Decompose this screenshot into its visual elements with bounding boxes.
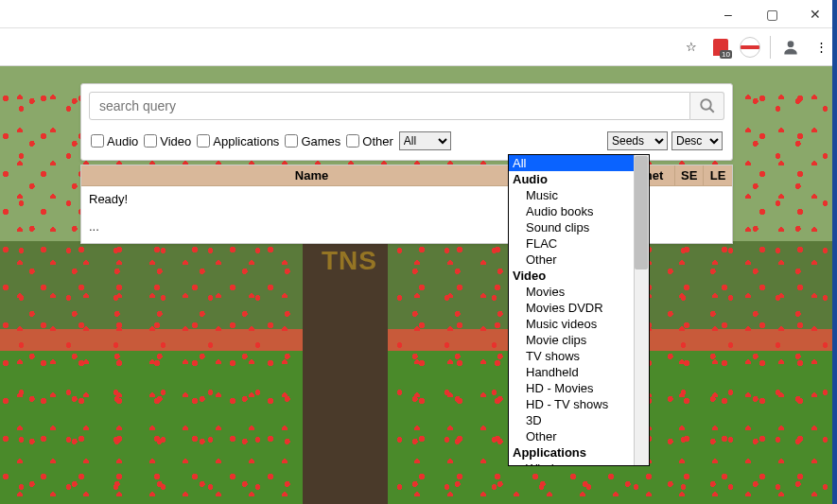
dropdown-option[interactable]: Movie clips (509, 332, 634, 348)
col-name[interactable]: Name (81, 165, 543, 185)
dropdown-option[interactable]: Sound clips (509, 219, 634, 235)
dropdown-option[interactable]: FLAC (509, 235, 634, 252)
dropdown-option[interactable]: Handheld (509, 364, 634, 380)
user-account-icon[interactable] (780, 37, 801, 58)
filter-games-label: Games (301, 134, 340, 148)
category-select[interactable]: All (399, 131, 451, 150)
dropdown-option[interactable]: Other (509, 252, 634, 268)
svg-point-1 (701, 99, 711, 110)
col-se[interactable]: SE (675, 165, 704, 185)
dropdown-option[interactable]: Audio (509, 171, 634, 187)
order-select[interactable]: Desc (671, 131, 723, 150)
dropdown-scrollbar-thumb[interactable] (635, 156, 648, 269)
filter-audio-label: Audio (107, 134, 138, 148)
filter-applications-checkbox[interactable]: Applications (197, 134, 279, 148)
dropdown-option[interactable]: Movies DVDR (509, 300, 634, 316)
profile-avatar-icon[interactable] (740, 37, 760, 58)
window-maximize-button[interactable]: ▢ (750, 0, 793, 28)
svg-point-0 (788, 41, 794, 47)
window-minimize-button[interactable]: – (706, 0, 750, 28)
dropdown-option[interactable]: HD - TV shows (509, 396, 634, 412)
dropdown-option[interactable]: Music videos (509, 316, 634, 332)
dropdown-option[interactable]: Other (509, 428, 634, 444)
dropdown-option[interactable]: Movies (509, 284, 634, 300)
extension-icon[interactable]: 10 (711, 38, 730, 57)
dropdown-option[interactable]: Audio books (509, 203, 634, 219)
filter-other-label: Other (362, 134, 393, 148)
dropdown-option[interactable]: 3D (509, 412, 634, 428)
filter-games-checkbox[interactable]: Games (285, 134, 340, 148)
dropdown-scrollbar[interactable] (634, 155, 649, 465)
search-button[interactable] (690, 92, 724, 120)
filter-video-checkbox[interactable]: Video (144, 134, 191, 148)
bookmark-star-icon[interactable]: ☆ (681, 37, 702, 58)
dropdown-option[interactable]: Music (509, 187, 634, 203)
dropdown-option[interactable]: Video (509, 268, 634, 284)
dropdown-option[interactable]: Windows (509, 461, 634, 466)
toolbar-divider (770, 36, 771, 59)
category-dropdown-popup[interactable]: AllAudioMusicAudio booksSound clipsFLACO… (508, 154, 650, 466)
menu-dots-icon[interactable]: ⋮ (811, 37, 831, 58)
window-titlebar: – ▢ ✕ (0, 0, 837, 28)
filter-other-checkbox[interactable]: Other (346, 134, 393, 148)
sort-select[interactable]: Seeds (607, 131, 668, 150)
dropdown-option[interactable]: TV shows (509, 348, 634, 364)
dropdown-option[interactable]: HD - Movies (509, 380, 634, 396)
filter-video-label: Video (160, 134, 191, 148)
filter-audio-checkbox[interactable]: Audio (91, 134, 138, 148)
search-panel: Audio Video Applications Games Other All… (80, 83, 733, 161)
dropdown-option[interactable]: Applications (509, 444, 634, 461)
watermark-text: TNS (322, 246, 377, 276)
filter-applications-label: Applications (213, 134, 279, 148)
window-close-button[interactable]: ✕ (793, 0, 837, 28)
search-input[interactable] (89, 92, 690, 120)
extension-count-badge: 10 (720, 50, 732, 59)
col-le[interactable]: LE (704, 165, 732, 185)
right-edge-strip (832, 0, 837, 504)
svg-line-2 (709, 108, 714, 113)
dropdown-option[interactable]: All (509, 155, 634, 171)
browser-toolbar: ☆ 10 ⋮ (0, 28, 837, 66)
